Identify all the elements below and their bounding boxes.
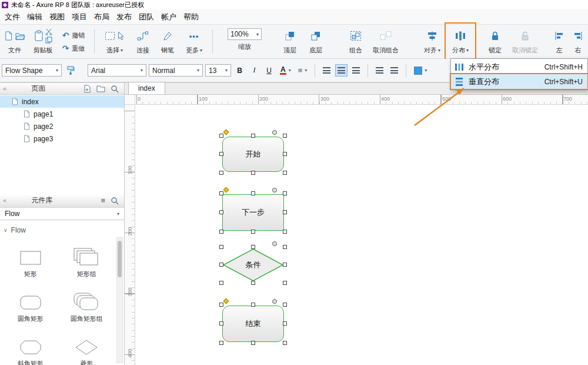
resize-handle[interactable] bbox=[219, 341, 223, 345]
resize-handle[interactable] bbox=[283, 210, 287, 214]
group-button[interactable]: 组合 bbox=[343, 25, 368, 58]
resize-handle[interactable] bbox=[283, 281, 287, 285]
menu-item-distribute-horizontal[interactable]: 水平分布 Ctrl+Shift+H bbox=[451, 59, 587, 74]
clipboard-tools-button[interactable]: 剪贴板 bbox=[29, 25, 56, 58]
menu-item-distribute-vertical[interactable]: 垂直分布 Ctrl+Shift+U bbox=[451, 74, 587, 89]
canvas[interactable]: 开始 下一步 条件 bbox=[135, 105, 588, 365]
resize-handle[interactable] bbox=[283, 245, 287, 249]
text-align-right-button[interactable] bbox=[350, 64, 362, 77]
bring-front-button[interactable]: 顶层 bbox=[278, 25, 302, 58]
text-align-left-button[interactable] bbox=[320, 64, 333, 77]
redo-button[interactable]: ↷ 重做 bbox=[62, 42, 85, 54]
resize-handle[interactable] bbox=[283, 152, 287, 156]
flow-shape-next[interactable]: 下一步 bbox=[222, 194, 284, 231]
resize-handle[interactable] bbox=[219, 281, 223, 285]
collapse-panel-icon[interactable]: « bbox=[3, 197, 6, 204]
widget-item-diamond[interactable]: 菱形 bbox=[59, 327, 115, 365]
add-page-icon[interactable] bbox=[83, 85, 91, 93]
connect-tool-button[interactable]: 连接 bbox=[131, 25, 155, 58]
widget-library-select[interactable]: Flow ▾ bbox=[0, 207, 124, 220]
add-folder-icon[interactable] bbox=[96, 85, 105, 92]
widget-section-header[interactable]: ∨ Flow bbox=[0, 224, 124, 236]
resize-handle[interactable] bbox=[219, 134, 223, 138]
font-color-button[interactable]: A ▾ bbox=[278, 64, 293, 77]
align-button[interactable]: 对齐 ▾ bbox=[419, 25, 446, 58]
widgets-scrollbar-thumb[interactable] bbox=[118, 241, 122, 277]
valign-top-button[interactable] bbox=[373, 64, 386, 77]
send-back-button[interactable]: 底层 bbox=[303, 25, 328, 58]
widget-item-rectangle[interactable]: 矩形 bbox=[2, 237, 59, 280]
page-item-index[interactable]: index bbox=[0, 95, 124, 108]
resize-handle[interactable] bbox=[251, 171, 255, 175]
zoom-select[interactable]: 100% ▾ bbox=[228, 28, 262, 40]
resize-handle[interactable] bbox=[251, 245, 255, 249]
search-icon[interactable] bbox=[111, 197, 119, 205]
resize-handle[interactable] bbox=[251, 191, 255, 195]
flow-shape-start[interactable]: 开始 bbox=[222, 137, 284, 172]
menu-team[interactable]: 团队 bbox=[135, 9, 158, 24]
resize-handle[interactable] bbox=[219, 263, 223, 267]
widget-item-rectangle-group[interactable]: 矩形组 bbox=[59, 237, 115, 280]
widgets-menu-icon[interactable]: ≡ bbox=[101, 197, 105, 204]
resize-handle[interactable] bbox=[251, 134, 255, 138]
tab-index[interactable]: index bbox=[128, 82, 165, 94]
menu-help[interactable]: 帮助 bbox=[180, 9, 202, 24]
menu-publish[interactable]: 发布 bbox=[113, 9, 135, 24]
resize-handle[interactable] bbox=[283, 191, 287, 195]
resize-handle[interactable] bbox=[219, 303, 223, 307]
resize-handle[interactable] bbox=[251, 341, 255, 345]
menu-layout[interactable]: 布局 bbox=[91, 9, 113, 24]
resize-handle[interactable] bbox=[283, 303, 287, 307]
widget-item-rounded-rectangle[interactable]: 圆角矩形 bbox=[2, 282, 59, 325]
resize-handle[interactable] bbox=[283, 341, 287, 345]
italic-button[interactable]: I bbox=[248, 64, 260, 77]
valign-middle-button[interactable] bbox=[388, 64, 400, 77]
resize-handle[interactable] bbox=[219, 191, 223, 195]
flow-shape-condition[interactable]: 条件 bbox=[222, 248, 284, 282]
lock-button[interactable]: 锁定 bbox=[483, 25, 507, 58]
page-item-page2[interactable]: page2 bbox=[0, 120, 124, 132]
align-right-button[interactable]: 右 bbox=[569, 25, 587, 58]
collapse-panel-icon[interactable]: « bbox=[3, 85, 6, 92]
shape-style-select[interactable]: Flow Shape ▾ bbox=[2, 64, 62, 77]
font-size-select[interactable]: 13 ▾ bbox=[205, 64, 231, 77]
bold-button[interactable]: B bbox=[233, 64, 246, 77]
line-spacing-button[interactable]: ≡ ▾ bbox=[296, 64, 310, 77]
widget-item-beveled-rectangle[interactable]: 斜角矩形 bbox=[2, 327, 59, 365]
menu-edit[interactable]: 编辑 bbox=[24, 9, 46, 24]
resize-handle[interactable] bbox=[251, 303, 255, 307]
text-align-center-button[interactable] bbox=[335, 64, 348, 77]
page-item-page3[interactable]: page3 bbox=[0, 132, 124, 145]
resize-handle[interactable] bbox=[219, 230, 223, 234]
format-painter-button[interactable] bbox=[64, 64, 77, 77]
resize-handle[interactable] bbox=[219, 210, 223, 214]
font-family-select[interactable]: Arial ▾ bbox=[88, 64, 146, 77]
underline-button[interactable]: U bbox=[263, 64, 275, 77]
resize-handle[interactable] bbox=[283, 171, 287, 175]
resize-handle[interactable] bbox=[219, 245, 223, 249]
menu-project[interactable]: 项目 bbox=[68, 9, 91, 24]
flow-shape-end[interactable]: 结束 bbox=[222, 306, 284, 342]
pen-tool-button[interactable]: 钢笔 bbox=[156, 25, 179, 58]
widgets-scrollbar[interactable] bbox=[116, 237, 123, 363]
menu-view[interactable]: 视图 bbox=[46, 9, 68, 24]
undo-button[interactable]: ↶ 撤销 bbox=[62, 29, 85, 41]
resize-handle[interactable] bbox=[251, 281, 255, 285]
resize-handle[interactable] bbox=[283, 321, 287, 326]
resize-handle[interactable] bbox=[219, 171, 223, 175]
font-weight-select[interactable]: Normal ▾ bbox=[149, 64, 203, 77]
resize-handle[interactable] bbox=[219, 321, 223, 326]
more-tools-button[interactable]: ••• 更多 ▾ bbox=[181, 25, 208, 58]
distribute-button[interactable]: 分布 ▾ bbox=[447, 25, 474, 58]
resize-handle[interactable] bbox=[283, 230, 287, 234]
resize-handle[interactable] bbox=[219, 152, 223, 156]
resize-handle[interactable] bbox=[251, 230, 255, 234]
unlock-button[interactable]: 取消锁定 bbox=[508, 25, 542, 58]
menu-file[interactable]: 文件 bbox=[1, 9, 24, 24]
fill-color-button[interactable]: ▾ bbox=[412, 64, 429, 77]
resize-handle[interactable] bbox=[283, 263, 287, 267]
select-mode-button[interactable]: 选择 ▾ bbox=[99, 25, 130, 58]
search-icon[interactable] bbox=[111, 85, 119, 93]
align-left-button[interactable]: 左 bbox=[550, 25, 568, 58]
menu-account[interactable]: 帐户 bbox=[158, 9, 180, 24]
